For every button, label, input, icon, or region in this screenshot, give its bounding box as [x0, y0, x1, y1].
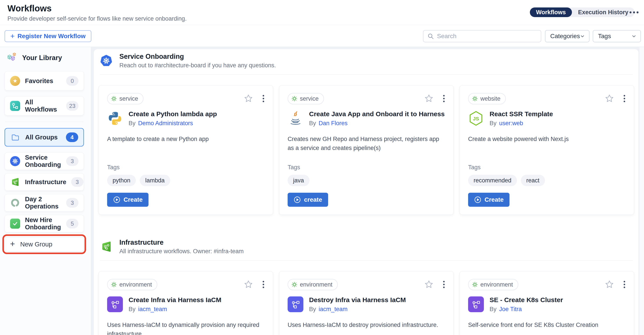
tag-pill[interactable]: recommended: [468, 175, 517, 186]
count-badge: 0: [66, 76, 78, 86]
search-box[interactable]: [423, 30, 541, 42]
categories-label: Categories: [550, 33, 580, 40]
tags-dropdown-label: Tags: [598, 33, 611, 40]
checkmark-icon: [10, 219, 20, 229]
kebab-menu-icon[interactable]: [623, 95, 626, 103]
sidebar-item-label: New Hire Onboarding: [25, 216, 61, 231]
author-link[interactable]: iacm_team: [138, 306, 167, 313]
kebab-menu-icon[interactable]: [623, 280, 626, 288]
search-input[interactable]: [437, 33, 537, 40]
author-link[interactable]: Demo Administrators: [138, 120, 193, 127]
workflow-card: environment SE - Create K8s Cluster: [460, 271, 634, 335]
create-label: Create: [484, 196, 504, 203]
tab-workflows[interactable]: Workflows: [530, 8, 572, 17]
tab-execution-history[interactable]: Execution History: [572, 8, 634, 17]
count-badge: 5: [66, 219, 78, 228]
categories-dropdown[interactable]: Categories: [545, 30, 590, 42]
create-button[interactable]: Create: [468, 193, 510, 207]
kebab-menu-icon[interactable]: [443, 95, 445, 103]
favorite-star-icon[interactable]: [424, 94, 434, 103]
count-badge: 3: [66, 198, 78, 208]
sidebar-item-service-onboarding[interactable]: Service Onboarding 3: [4, 152, 84, 170]
create-label: create: [304, 196, 322, 203]
favorite-star-icon[interactable]: [605, 280, 614, 289]
create-label: Create: [124, 196, 142, 203]
count-badge: 4: [66, 132, 78, 142]
tag-pill[interactable]: lambda: [140, 175, 170, 186]
section-title: Service Onboarding: [120, 53, 276, 61]
author-link[interactable]: Joe Titra: [499, 306, 522, 313]
create-button[interactable]: create: [288, 193, 328, 207]
section-title: Infrastructure: [120, 238, 244, 246]
page-header: Workflows Provide developer self-service…: [0, 0, 644, 25]
sidebar-item-all-groups[interactable]: All Groups 4: [4, 128, 84, 146]
by-label: By: [128, 306, 136, 313]
type-badge-label: service: [300, 95, 319, 102]
card-title: Create a Python lambda app: [128, 110, 217, 118]
workflow-card: environment Create Infra via Harness: [98, 271, 273, 335]
page-subtitle: Provide developer self-service for flows…: [8, 15, 187, 22]
tags-label: Tags: [288, 164, 445, 171]
tag-pill[interactable]: react: [521, 175, 545, 186]
type-badge[interactable]: environment: [107, 279, 157, 290]
tag-pill[interactable]: python: [107, 175, 136, 186]
card-description: Self-service front end for SE K8s Cluste…: [468, 320, 626, 329]
favorite-star-icon[interactable]: [424, 280, 434, 289]
workflows-panel: Service Onboarding Reach out to #archite…: [94, 49, 639, 335]
toolbar: + Register New Workflow Categories Tags: [0, 25, 644, 47]
author-link[interactable]: iacm_team: [319, 306, 348, 313]
card-description: Uses Harness-IaCM to destroy provisioned…: [288, 320, 445, 329]
register-new-workflow-button[interactable]: + Register New Workflow: [4, 30, 91, 42]
card-title: SE - Create K8s Cluster: [490, 296, 563, 304]
folder-icon: [10, 132, 20, 142]
tags-label: Tags: [107, 164, 264, 171]
sidebar-item-label: Service Onboarding: [25, 154, 61, 168]
play-icon: [474, 196, 482, 203]
kebab-menu-icon[interactable]: [443, 280, 445, 288]
type-badge-label: environment: [120, 281, 152, 288]
create-button[interactable]: Create: [107, 193, 148, 207]
more-menu-icon[interactable]: [630, 12, 638, 13]
type-badge[interactable]: environment: [468, 279, 518, 290]
card-description: Uses Harness-IaCM to dynamically provisi…: [107, 320, 264, 335]
chevron-down-icon: [580, 34, 585, 39]
favorite-star-icon[interactable]: [605, 94, 614, 103]
iacm-sitemap-icon: [107, 296, 123, 312]
type-badge[interactable]: environment: [288, 279, 338, 290]
scrollbar-gutter[interactable]: [639, 47, 644, 335]
type-badge[interactable]: website: [468, 93, 506, 104]
sidebar-item-label: All Workflows: [25, 99, 61, 113]
section-infrastructure: Infrastructure All infrastructure workfl…: [94, 235, 638, 335]
play-icon: [294, 196, 301, 203]
favorites-star-icon: ★: [10, 76, 20, 86]
sidebar-item-infrastructure[interactable]: Infrastructure 3: [4, 173, 84, 191]
sidebar: Your Library ★ Favorites 0 All Workflows…: [0, 47, 91, 335]
sidebar-item-all-workflows[interactable]: All Workflows 23: [4, 96, 84, 116]
favorite-star-icon[interactable]: [244, 280, 253, 289]
sidebar-item-new-hire-onboarding[interactable]: New Hire Onboarding 5: [4, 215, 84, 232]
sidebar-item-label: Favorites: [25, 77, 61, 85]
section-divider: [100, 75, 633, 75]
count-badge: 3: [66, 156, 78, 166]
card-description: Creates new GH Repo and Harness project,…: [288, 135, 445, 152]
by-label: By: [309, 306, 316, 313]
by-label: By: [490, 120, 496, 127]
kebab-menu-icon[interactable]: [262, 95, 264, 103]
tag-pill[interactable]: java: [288, 175, 310, 186]
sidebar-item-day-2-operations[interactable]: Day 2 Operations 3: [4, 194, 84, 212]
author-link[interactable]: Dan Flores: [319, 120, 348, 127]
new-group-button[interactable]: + New Group: [4, 237, 84, 251]
favorite-star-icon[interactable]: [244, 94, 253, 103]
sidebar-item-label: Day 2 Operations: [25, 196, 61, 210]
tags-dropdown[interactable]: Tags: [593, 30, 641, 42]
kebab-menu-icon[interactable]: [262, 280, 264, 288]
type-badge[interactable]: service: [107, 93, 144, 104]
author-link[interactable]: user:web: [499, 120, 523, 127]
type-badge[interactable]: service: [288, 93, 324, 104]
workflow-card: website React SSR Template: [460, 85, 634, 215]
sidebar-item-favorites[interactable]: ★ Favorites 0: [4, 71, 84, 91]
by-label: By: [309, 120, 316, 127]
count-badge: 23: [66, 101, 78, 111]
view-toggle: Workflows Execution History: [530, 8, 634, 17]
search-icon: [427, 33, 434, 40]
